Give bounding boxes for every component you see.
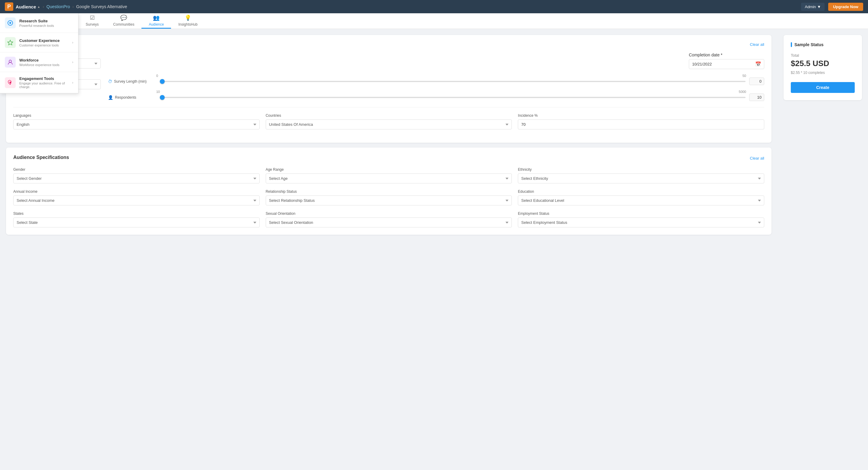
product-menu-item-research-suite[interactable]: Research Suite Powerful research tools xyxy=(0,13,78,33)
gender-label: Gender xyxy=(13,167,260,171)
create-button[interactable]: Create xyxy=(791,82,855,93)
employment-status-label: Employment Status xyxy=(518,212,764,216)
product-menu-item-workforce[interactable]: Workforce Workforce experience tools › xyxy=(0,53,78,72)
respondents-icon: 👤 xyxy=(108,95,113,100)
calendar-icon[interactable]: 📅 xyxy=(755,61,761,67)
respondents-value: 10 xyxy=(749,94,764,101)
languages-select[interactable]: English xyxy=(13,120,260,129)
completion-date-group: Completion date * 📅 xyxy=(689,53,764,69)
sexual-orientation-label: Sexual Orientation xyxy=(266,212,512,216)
tab-communities[interactable]: 💬 Communities xyxy=(106,13,142,29)
engagement-tools-icon xyxy=(5,77,16,88)
completion-date-input[interactable] xyxy=(689,59,764,69)
svg-marker-2 xyxy=(8,40,13,45)
languages-group: Languages English xyxy=(13,114,260,129)
incidence-input[interactable] xyxy=(518,120,764,129)
age-range-label: Age Range xyxy=(266,167,512,171)
tab-audience[interactable]: 👥 Audience xyxy=(142,13,171,29)
svg-point-1 xyxy=(9,22,11,24)
breadcrumb: › QuestionPro › Google Surveys Alternati… xyxy=(42,4,127,9)
clock-icon: ⏱ xyxy=(108,79,112,84)
product-menu-item-engagement-tools[interactable]: Engagement Tools Engage your audience. F… xyxy=(0,72,78,93)
countries-select[interactable]: United States Of America xyxy=(266,120,512,129)
sample-status-card: Sample Status Total $25.5 USD $2.55 * 10… xyxy=(783,35,862,100)
chevron-down-icon: ▲ xyxy=(37,5,40,8)
chevron-right-icon: › xyxy=(72,40,73,45)
survey-length-slider-row: ⏱ Survey Length (min) 0 xyxy=(108,77,764,85)
clear-all-button[interactable]: Clear all xyxy=(750,42,764,48)
states-label: States xyxy=(13,212,260,216)
app-title[interactable]: Audience ▲ xyxy=(16,4,40,9)
annual-income-label: Annual Income xyxy=(13,189,260,194)
education-group: Education Select Educational Level xyxy=(518,189,764,206)
audience-spec-card: Audience Specifications Clear all Gender… xyxy=(6,148,772,235)
incidence-label: Incidence % xyxy=(518,114,764,118)
chevron-down-icon: ▼ xyxy=(817,4,821,9)
product-menu-item-customer-experience[interactable]: Customer Experience Customer experience … xyxy=(0,33,78,53)
customer-experience-icon xyxy=(5,37,16,48)
app-logo[interactable]: P xyxy=(5,2,13,11)
breadcrumb-current: Google Surveys Alternative xyxy=(76,4,127,9)
survey-slider-row: Survey I don't have a survey yet Number … xyxy=(13,53,764,101)
completion-date-label: Completion date * xyxy=(689,53,764,57)
gender-group: Gender Select Gender xyxy=(13,167,260,183)
product-menu-dropdown: Research Suite Powerful research tools C… xyxy=(0,13,79,94)
states-group: States Select State xyxy=(13,212,260,227)
age-range-group: Age Range Select Age xyxy=(266,167,512,183)
countries-label: Countries xyxy=(266,114,512,118)
survey-length-value: 0 xyxy=(749,77,764,85)
admin-button[interactable]: Admin ▼ xyxy=(801,3,825,11)
chevron-right-icon: › xyxy=(72,81,73,85)
chevron-right-icon: › xyxy=(72,60,73,64)
sexual-orientation-select[interactable]: Select Sexual Orientation xyxy=(266,218,512,227)
tab-insightshub[interactable]: 💡 InsightsHub xyxy=(171,13,205,29)
employment-status-select[interactable]: Select Employment Status xyxy=(518,218,764,227)
ethnicity-select[interactable]: Select Ethnicity xyxy=(518,174,764,183)
ethnicity-group: Ethnicity Select Ethnicity xyxy=(518,167,764,183)
survey-length-slider[interactable] xyxy=(160,81,746,82)
relationship-status-select[interactable]: Select Relationship Status xyxy=(266,195,512,206)
audience-spec-grid: Gender Select Gender Age Range Select Ag… xyxy=(13,167,764,227)
top-nav-right: Admin ▼ Upgrade Now xyxy=(801,3,863,11)
respondents-group: 10 5000 👤 Respondents 10 xyxy=(108,90,764,101)
main-form-card: ? Clear all Survey I don't have a survey… xyxy=(6,35,772,143)
sidebar-panel: Sample Status Total $25.5 USD $2.55 * 10… xyxy=(777,29,868,470)
age-range-select[interactable]: Select Age xyxy=(266,174,512,183)
status-total-label: Total xyxy=(791,53,855,58)
languages-countries-row: Languages English Countries United State… xyxy=(13,114,764,129)
upgrade-now-button[interactable]: Upgrade Now xyxy=(828,3,863,11)
surveys-icon: ☑ xyxy=(90,14,95,21)
completion-date-row: Completion date * 📅 xyxy=(108,53,764,69)
gender-select[interactable]: Select Gender xyxy=(13,174,260,183)
relationship-status-group: Relationship Status Select Relationship … xyxy=(266,189,512,206)
tab-bar: ☑ Surveys 💬 Communities 👥 Audience 💡 Ins… xyxy=(79,13,868,29)
communities-icon: 💬 xyxy=(120,14,127,21)
audience-spec-header: Audience Specifications Clear all xyxy=(13,155,764,161)
states-select[interactable]: Select State xyxy=(13,218,260,227)
respondents-slider[interactable] xyxy=(160,97,746,98)
breadcrumb-questionpro[interactable]: QuestionPro xyxy=(46,4,70,9)
languages-label: Languages xyxy=(13,114,260,118)
status-detail: $2.55 * 10 completes xyxy=(791,71,855,75)
research-suite-icon xyxy=(5,18,16,28)
sexual-orientation-group: Sexual Orientation Select Sexual Orienta… xyxy=(266,212,512,227)
audience-icon: 👥 xyxy=(153,14,159,21)
status-card-title: Sample Status xyxy=(791,42,855,47)
relationship-status-label: Relationship Status xyxy=(266,189,512,194)
workforce-icon xyxy=(5,57,16,68)
insightshub-icon: 💡 xyxy=(185,14,191,21)
status-amount: $25.5 USD xyxy=(791,59,855,68)
employment-status-group: Employment Status Select Employment Stat… xyxy=(518,212,764,227)
ethnicity-label: Ethnicity xyxy=(518,167,764,171)
top-navigation: P Audience ▲ › QuestionPro › Google Surv… xyxy=(0,0,868,13)
annual-income-select[interactable]: Select Annual Income xyxy=(13,195,260,206)
date-input-wrapper: 📅 xyxy=(689,59,764,69)
respondents-slider-row: 👤 Respondents 10 xyxy=(108,94,764,101)
audience-spec-title: Audience Specifications xyxy=(13,155,69,160)
education-select[interactable]: Select Educational Level xyxy=(518,195,764,206)
survey-length-group: 0 50 ⏱ Survey Length (min) 0 xyxy=(108,74,764,85)
tab-surveys[interactable]: ☑ Surveys xyxy=(79,13,106,29)
incidence-group: Incidence % xyxy=(518,114,764,129)
svg-point-3 xyxy=(9,60,11,62)
audience-clear-all-button[interactable]: Clear all xyxy=(750,156,764,160)
